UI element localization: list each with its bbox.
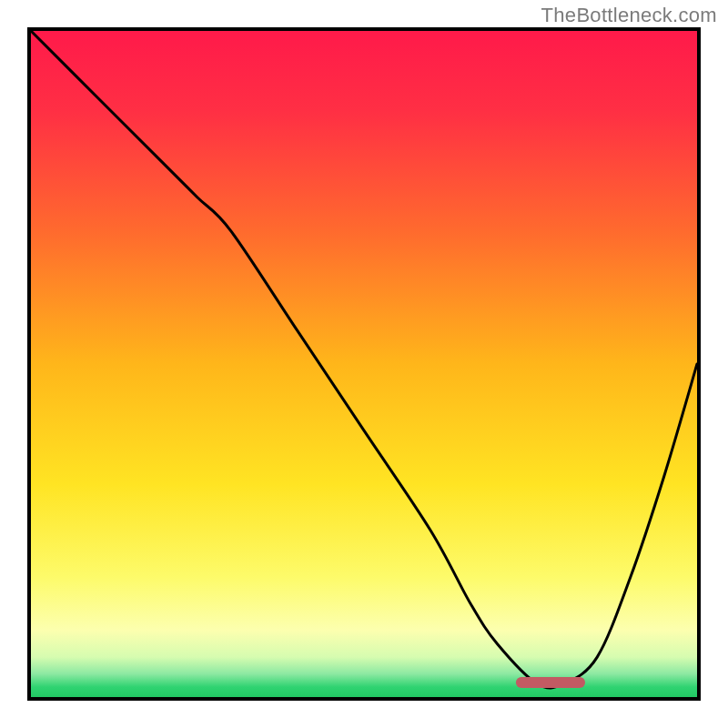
- watermark-text: TheBottleneck.com: [541, 4, 717, 27]
- chart-frame: [27, 27, 701, 701]
- optimal-marker: [516, 677, 585, 688]
- chart-canvas: [31, 31, 697, 697]
